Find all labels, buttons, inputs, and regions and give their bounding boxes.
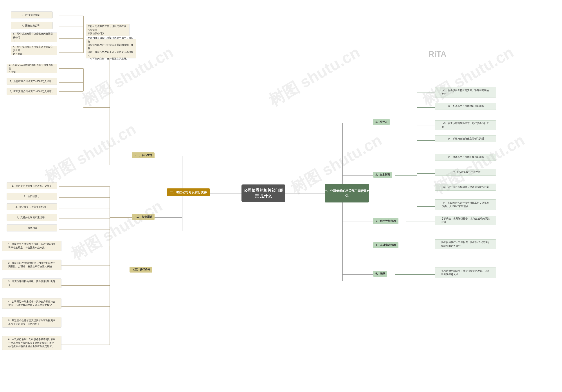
underwriter-duty-3: （3）进行债券市场调查，设计债券发行方案	[435, 184, 496, 191]
left-l2-issuers: （一）发行主体	[132, 152, 154, 158]
right-l2-issuer: 1、发行人	[373, 119, 390, 125]
issuer-duty-1: （1）提供债券发行所需真实、准确和完整的材料	[435, 87, 496, 97]
watermark-2: 树图 shutu.cn	[41, 119, 140, 188]
usage-4: 4、支持并购和资产重组等；	[7, 214, 57, 221]
usage-2: 2、生产经营；	[7, 193, 57, 200]
right-l2-lawyer: 5、律师	[373, 271, 387, 277]
issuer-type-3: 3、两个以上的国有企业设立的有限责任公司；	[11, 33, 57, 42]
issuer-criteria-3: 3、有限责任公司净资产≥6000万人民币。	[7, 88, 57, 95]
underwriter-duty-4: （4）协助发行人进行债券报批工作，促签发改委、人民银行和证监会	[435, 199, 496, 210]
right-l2-rating: 3、信用评级机构	[373, 218, 398, 224]
condition-2: 2、公司内部控制制度健全，内部控制制度的完整性、合理性、有效性不存在重大缺陷；	[2, 260, 61, 270]
issuer-type-2: 2、国有独资公司；	[11, 22, 53, 29]
right-l1-node: 一、公司债券的相关部门职责是什么	[325, 184, 369, 202]
canvas: 树图 shutu.cn 树图 shutu.cn 树图 shutu.cn 树图 s…	[0, 0, 562, 392]
watermark-4: 树图 shutu.cn	[265, 42, 364, 111]
center-node: 公司债券的相关部门职责 是什么	[242, 184, 285, 202]
lawyer-duty-1: 执行法律尽职调查；就企业债券的发行、上市出具法律意见书	[435, 267, 496, 278]
issuer-note: 在这四种可以发行公司债券的主体中，股份有限公司可以发行公司债券是通行的规则，而有…	[86, 39, 136, 59]
condition-6: 6、本次发行后累计公司债务余额不超过最近一期末净资产额的40%；金融类公司的累计…	[2, 336, 61, 350]
watermark-3: 树图 shutu.cn	[67, 195, 166, 265]
issuer-criteria-2: 2、股份有限公司净资产≥3000万人民币；	[7, 78, 57, 85]
usage-1: 1、固定资产投资和技术改造、更新；	[7, 182, 57, 189]
left-l2-conditions: （三）发行条件	[129, 267, 152, 273]
issuer-intro: 发行公司债券的主体，也就是具有发行公司债券资格的公司为：	[86, 24, 129, 36]
condition-3: 3、经资信评级机构评级，债券信用级别良好；	[2, 278, 61, 288]
underwriter-duty-1: （1）协调各中介机构开展尽职调查	[435, 154, 496, 161]
issuer-duty-2: （2）配合各中介机构进行尽职调查	[435, 103, 496, 110]
issuer-duty-4: （4）积极与当地行政主管部门沟通	[435, 135, 496, 142]
accounting-duty-1: 协助提供发行人三年报表；协助发行人完成尽职调查的财务部分	[435, 239, 496, 249]
condition-5: 5、最近三个会计年度实现的年均可分配利润不少于公司债券一年的利息；	[2, 317, 61, 328]
right-l2-accounting: 4、会计审计机构	[373, 242, 398, 248]
condition-4: 4、公司最近一期末经审计的净资产额应符合法律、行政法规和中国证监会的有关规定；	[2, 298, 61, 309]
issuer-criteria-1: 1、具独立法人地位的股份有限公司和有限责任公司；	[7, 64, 57, 73]
rating-duty-1: 尽职调查，出具评级报告；发行完成后的跟踪评级	[435, 216, 496, 225]
left-l1-node: 二、哪些公司可以发行债券	[167, 189, 210, 196]
rita-logo: RiTA	[429, 50, 446, 59]
issuer-type-1: 1、股份有限公司；	[11, 12, 53, 18]
right-l2-underwriter: 2、主承销商	[373, 172, 392, 178]
issuer-duty-3: （3）在主承销商的协助下，进行债券报批工作	[435, 120, 496, 130]
underwriter-duty-2: （2）牵头准备发行申请文件	[435, 169, 496, 176]
usage-3: 3、偿还债务，改善资本结构；	[7, 203, 57, 210]
issuer-type-4: 4、两个以上的国有投资主体投资设立的有限责任公司。	[11, 46, 57, 55]
left-l2-usage: （二）资金用途	[132, 214, 154, 220]
condition-1: 1、公司的生产经营符合法律、行政法规和公司章程的规定，符合国家产业政策；	[2, 241, 61, 251]
usage-5: 5、股票回购。	[7, 225, 57, 231]
